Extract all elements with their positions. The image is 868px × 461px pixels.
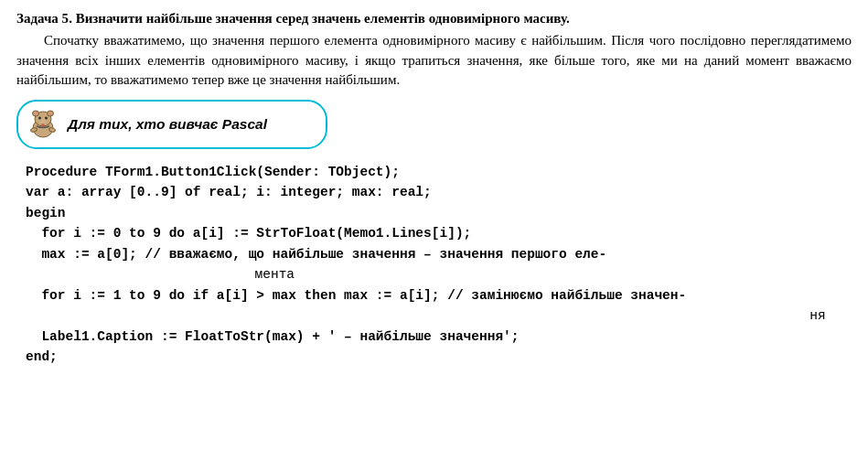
code-line-6-cont: ня — [26, 306, 852, 326]
task-title-suffix: . Визначити найбільше значення серед зна… — [69, 11, 570, 26]
code-line-2: var a: array [0..9] of real; i: integer;… — [26, 182, 852, 202]
code-line-5-main: max := a[0]; // вважаємо, що найбільше з… — [26, 244, 852, 264]
pascal-box-label: Для тих, хто вивчає Pascal — [68, 116, 267, 133]
code-line-7: Label1.Caption := FloatToStr(max) + ' – … — [26, 327, 852, 347]
pascal-box: Для тих, хто вивчає Pascal — [16, 100, 327, 149]
svg-point-6 — [38, 117, 41, 120]
pascal-bear-icon — [26, 107, 60, 142]
task-title: Задача 5 — [16, 11, 69, 26]
code-line-8: end; — [26, 347, 852, 367]
svg-point-9 — [39, 120, 47, 124]
code-line-4: for i := 0 to 9 do a[i] := StrToFloat(Me… — [26, 223, 852, 243]
code-block: Procedure TForm1.Button1Click(Sender: TO… — [16, 162, 852, 368]
code-line-5-cont: мента — [26, 264, 852, 284]
code-line-1: Procedure TForm1.Button1Click(Sender: TO… — [26, 162, 852, 182]
page-content: Задача 5. Визначити найбільше значення с… — [16, 9, 852, 368]
task-header: Задача 5. Визначити найбільше значення с… — [16, 9, 852, 29]
svg-point-5 — [48, 112, 52, 114]
svg-point-7 — [45, 117, 48, 120]
task-description: Спочатку вважатимемо, що значення першог… — [16, 31, 852, 91]
code-line-6-main: for i := 1 to 9 do if a[i] > max then ma… — [26, 285, 852, 306]
code-line-3: begin — [26, 203, 852, 223]
svg-point-3 — [34, 112, 38, 114]
